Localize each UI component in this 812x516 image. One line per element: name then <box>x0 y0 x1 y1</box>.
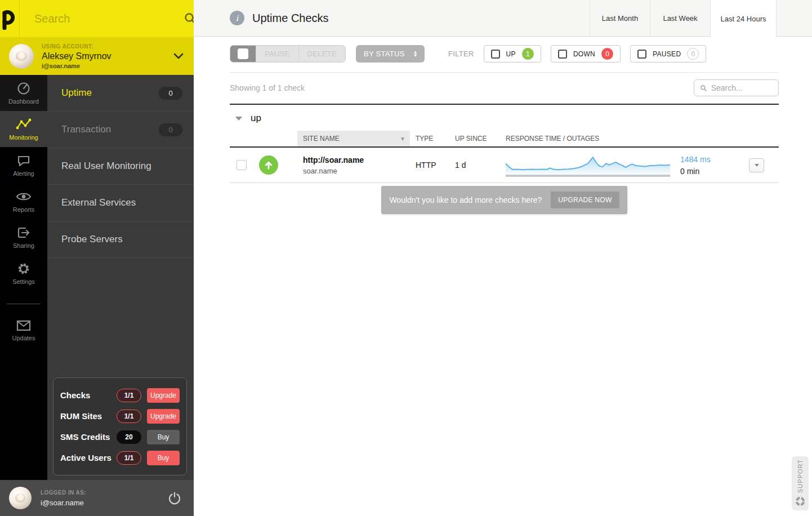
checks-search-input[interactable] <box>711 83 773 92</box>
logged-in-bar: LOGGED IN AS: i@soar.name <box>0 480 194 516</box>
menu-item-external-services[interactable]: External Services <box>47 185 194 221</box>
filter-down[interactable]: DOWN 0 <box>551 45 621 63</box>
group-header-up[interactable]: up <box>230 105 779 131</box>
updates-envelope-icon <box>16 319 32 332</box>
logged-in-email: i@soar.name <box>41 499 168 507</box>
paused-count-badge: 0 <box>687 48 699 60</box>
footer-avatar <box>9 487 32 509</box>
page-title: Uptime Checks <box>252 12 329 25</box>
page-header: i Uptime Checks Last Month Last Week Las… <box>194 0 812 37</box>
checks-usage-pill: 1/1 <box>117 389 141 402</box>
tabs-spacer <box>777 0 812 36</box>
check-row[interactable]: http://soar.name soar.name HTTP 1 d 1484… <box>230 148 779 183</box>
bulk-actions-group: PAUSE DELETE <box>230 45 346 63</box>
rail-item-monitoring[interactable]: Monitoring <box>0 111 47 147</box>
upgrade-tooltip: Wouldn't you like to add more checks her… <box>381 186 627 214</box>
sidebar-search-bar <box>0 0 194 37</box>
menu-item-transaction[interactable]: Transaction 0 <box>47 112 194 148</box>
select-all-checkbox[interactable] <box>238 48 248 59</box>
upgrade-now-button[interactable]: UPGRADE NOW <box>551 192 619 208</box>
check-type: HTTP <box>410 161 455 170</box>
main-area: i Uptime Checks Last Month Last Week Las… <box>194 0 812 516</box>
tab-last-24-hours[interactable]: Last 24 Hours <box>710 0 777 37</box>
response-time-sparkline[interactable] <box>506 154 670 177</box>
menu-item-real-user-monitoring[interactable]: Real User Monitoring <box>47 148 194 185</box>
up-count-badge: 1 <box>522 48 534 60</box>
showing-count: Showing 1 of 1 check <box>230 83 305 92</box>
row-checkbox[interactable] <box>237 160 247 170</box>
column-site-name[interactable]: SITE NAME ▼ <box>297 131 410 146</box>
response-time-value: 1484 ms <box>680 155 749 164</box>
down-checkbox[interactable] <box>558 50 567 59</box>
support-label: SUPPORT <box>797 459 804 493</box>
alerting-icon <box>16 154 31 167</box>
usage-row-active-users: Active Users 1/1 Buy <box>60 447 180 468</box>
check-hostname: soar.name <box>303 167 410 175</box>
sharing-icon <box>16 226 31 239</box>
row-actions-button[interactable] <box>749 158 764 172</box>
account-avatar <box>9 44 34 69</box>
menu-item-probe-servers[interactable]: Probe Servers <box>47 221 194 258</box>
by-status-dropdown[interactable]: BY STATUS ▲▼ <box>356 45 425 63</box>
checks-toolbar: PAUSE DELETE BY STATUS ▲▼ FILTER UP 1 DO… <box>230 45 779 73</box>
pingdom-logo[interactable] <box>0 0 20 37</box>
monitoring-submenu: Uptime 0 Transaction 0 Real User Monitor… <box>47 75 194 480</box>
transaction-count-badge: 0 <box>159 123 182 136</box>
column-up-since[interactable]: UP SINCE <box>455 131 506 146</box>
filter-label: FILTER <box>448 50 474 58</box>
account-name: Aleksey Smyrnov <box>42 51 173 61</box>
account-switcher[interactable]: USING ACCOUNT: Aleksey Smyrnov i@soar.na… <box>0 37 194 75</box>
dashboard-icon <box>16 82 31 95</box>
uptime-count-badge: 0 <box>159 87 182 100</box>
tab-last-week[interactable]: Last Week <box>650 0 710 36</box>
sort-caret-icon: ▼ <box>400 136 405 142</box>
group-title: up <box>251 113 261 124</box>
logout-power-icon[interactable] <box>168 491 181 505</box>
rum-upgrade-button[interactable]: Upgrade <box>147 409 180 424</box>
reports-icon <box>16 190 32 203</box>
sms-buy-button[interactable]: Buy <box>147 430 180 444</box>
filter-paused[interactable]: PAUSED 0 <box>630 45 706 63</box>
rail-item-dashboard[interactable]: Dashboard <box>0 75 47 111</box>
checks-upgrade-button[interactable]: Upgrade <box>147 388 180 403</box>
status-group-up: up SITE NAME ▼ TYPE UP SINCE RESPONSE TI… <box>230 104 779 214</box>
sparkline-baseline <box>506 175 670 177</box>
settings-icon <box>16 262 31 275</box>
rail-item-reports[interactable]: Reports <box>0 183 47 219</box>
usage-row-rum-sites: RUM Sites 1/1 Upgrade <box>60 406 180 426</box>
chevron-down-icon <box>173 53 184 59</box>
paused-checkbox[interactable] <box>637 50 646 59</box>
header-checkbox-column <box>230 131 259 146</box>
usage-row-sms-credits: SMS Credits 20 Buy <box>60 426 180 447</box>
logged-in-label: LOGGED IN AS: <box>41 490 168 496</box>
users-buy-button[interactable]: Buy <box>147 451 180 465</box>
search-icon <box>700 84 707 92</box>
monitoring-icon <box>16 118 32 131</box>
rum-usage-pill: 1/1 <box>117 410 141 423</box>
menu-item-uptime[interactable]: Uptime 0 <box>47 75 194 112</box>
support-tab[interactable]: SUPPORT <box>792 456 809 510</box>
rail-item-alerting[interactable]: Alerting <box>0 147 47 183</box>
column-type[interactable]: TYPE <box>410 131 455 146</box>
checks-search-field[interactable] <box>694 79 779 96</box>
rail-item-updates[interactable]: Updates <box>0 312 47 348</box>
sms-credits-pill: 20 <box>117 430 141 444</box>
check-url[interactable]: http://soar.name <box>303 155 410 164</box>
up-checkbox[interactable] <box>491 50 500 59</box>
header-status-column <box>259 131 297 146</box>
tab-last-month[interactable]: Last Month <box>590 0 650 36</box>
select-all-toggle[interactable] <box>230 46 256 62</box>
using-account-label: USING ACCOUNT: <box>42 43 173 50</box>
check-up-since: 1 d <box>455 161 506 170</box>
rail-divider <box>7 304 41 304</box>
life-ring-icon <box>795 496 805 506</box>
filter-up[interactable]: UP 1 <box>484 45 541 63</box>
delete-button[interactable]: DELETE <box>298 46 345 62</box>
rail-item-settings[interactable]: Settings <box>0 255 47 291</box>
rail-item-sharing[interactable]: Sharing <box>0 219 47 255</box>
nav-rail: Dashboard Monitoring Alerting <box>0 75 47 480</box>
info-icon[interactable]: i <box>230 11 244 25</box>
global-search-input[interactable] <box>34 12 184 25</box>
pause-button[interactable]: PAUSE <box>256 46 298 62</box>
account-email: i@soar.name <box>42 63 173 69</box>
